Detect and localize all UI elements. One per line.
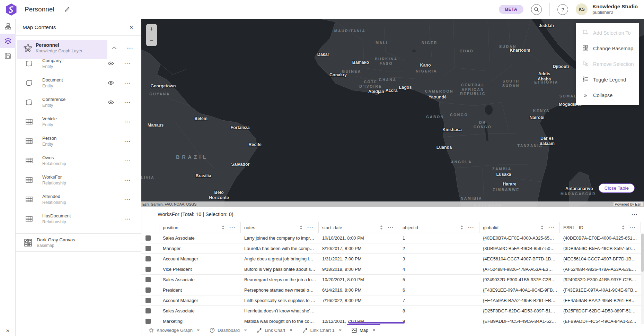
layer-options-button[interactable]: ··· bbox=[124, 158, 131, 164]
column-header-globalid[interactable]: globalid ··· bbox=[479, 222, 560, 233]
map-label-city: Djibouti bbox=[553, 64, 569, 69]
row-checkbox[interactable] bbox=[145, 277, 151, 282]
column-header-position[interactable]: position ··· bbox=[159, 222, 241, 233]
table-row[interactable]: Vice President Buford is very passionate… bbox=[141, 264, 644, 275]
layer-options-button[interactable]: ··· bbox=[124, 138, 131, 144]
layer-options-button[interactable]: ··· bbox=[124, 197, 131, 203]
close-tab-icon[interactable]: ✕ bbox=[372, 328, 376, 333]
sort-icon[interactable] bbox=[460, 225, 463, 230]
ellipsis-icon: ··· bbox=[127, 45, 133, 51]
map-label-country: ANGOLA bbox=[451, 160, 472, 164]
help-button[interactable]: ? bbox=[557, 4, 568, 15]
zoom-in-button[interactable]: + bbox=[146, 24, 157, 35]
ellipsis-icon: ··· bbox=[124, 138, 131, 144]
column-options-button[interactable]: ··· bbox=[548, 225, 555, 231]
basemap-row[interactable]: Dark Gray Canvas Basemap bbox=[16, 233, 141, 252]
layer-options-button[interactable]: ··· bbox=[124, 119, 131, 125]
column-header-esri-id[interactable]: ESRI__ID ··· bbox=[560, 222, 641, 233]
layer-row-attended[interactable]: AttendedRelationship ··· bbox=[16, 190, 141, 209]
rail-item-map-contents[interactable] bbox=[0, 34, 16, 48]
help-icon: ? bbox=[562, 7, 564, 12]
table-row[interactable]: Manager Lauretta has been with the comp…… bbox=[141, 243, 644, 254]
layer-row-owns[interactable]: OwnsRelationship ··· bbox=[16, 151, 141, 170]
table-row[interactable]: Account Manager Angie does a great job b… bbox=[141, 254, 644, 264]
chevron-up-icon[interactable] bbox=[112, 46, 117, 50]
menu-item-toggle-legend[interactable]: Toggle Legend bbox=[576, 72, 639, 87]
close-tab-icon[interactable]: ✕ bbox=[339, 328, 342, 333]
map-view[interactable]: MAURITANIA MALI NIGER SUDAN CHAD BURKINA… bbox=[141, 19, 644, 207]
layer-group-personnel[interactable]: Personnel Knowledge Graph Layer ··· bbox=[16, 42, 141, 54]
column-options-button[interactable]: ··· bbox=[307, 225, 314, 231]
row-checkbox[interactable] bbox=[145, 246, 151, 251]
layer-row-document[interactable]: DocumentEntity ··· bbox=[16, 73, 141, 93]
layer-row-vehicle[interactable]: VehicleEntity ··· bbox=[16, 112, 141, 131]
table-row[interactable]: President Persephone started new metal o… bbox=[141, 285, 644, 295]
row-checkbox[interactable] bbox=[145, 256, 151, 261]
table-row[interactable]: Sales Associate Henrietta doesn't know w… bbox=[141, 306, 644, 316]
close-table-button[interactable]: Close Table bbox=[599, 183, 635, 193]
sort-icon[interactable] bbox=[222, 225, 224, 230]
avatar[interactable]: KS bbox=[576, 3, 588, 15]
layer-row-conference[interactable]: ConferenceEntity ··· bbox=[16, 93, 141, 112]
row-checkbox[interactable] bbox=[145, 287, 151, 293]
sort-icon[interactable] bbox=[541, 225, 544, 230]
panel-close-button[interactable]: ✕ bbox=[129, 25, 133, 30]
attribution-sources: Esri, Garmin, FAO, NOAA, USGS bbox=[142, 202, 196, 206]
visibility-eye-icon[interactable] bbox=[108, 100, 114, 104]
rail-item-save[interactable] bbox=[0, 48, 16, 63]
layer-options-button[interactable]: ··· bbox=[124, 177, 131, 183]
row-checkbox[interactable] bbox=[145, 235, 151, 241]
layer-row-worksfor[interactable]: WorksForRelationship ··· bbox=[16, 170, 141, 190]
tab-map[interactable]: Map ✕ bbox=[347, 324, 381, 336]
search-button[interactable] bbox=[531, 4, 542, 15]
layer-options-button[interactable]: ··· bbox=[124, 100, 131, 105]
row-checkbox[interactable] bbox=[145, 308, 151, 313]
table-row[interactable]: Sales Associate Larry joined the company… bbox=[141, 233, 644, 243]
table-options-button[interactable]: ··· bbox=[632, 212, 638, 217]
tab-dashboard[interactable]: Dashboard ✕ bbox=[205, 324, 252, 336]
menu-item-remove-selection[interactable]: Remove Selection bbox=[576, 56, 639, 72]
visibility-eye-icon[interactable] bbox=[108, 61, 114, 66]
rail-item-data-model[interactable] bbox=[0, 19, 16, 34]
menu-item-collapse[interactable]: » Collapse bbox=[576, 87, 639, 103]
row-checkbox[interactable] bbox=[145, 298, 151, 303]
table-horizontal-scrollbar-thumb[interactable] bbox=[349, 322, 405, 324]
layer-row-hasdocument[interactable]: HasDocumentRelationship ··· bbox=[16, 209, 141, 229]
column-header-notes[interactable]: notes ··· bbox=[241, 222, 319, 233]
table-row[interactable]: Sales Associate Beauregard sleeps on the… bbox=[141, 275, 644, 285]
scrollbar-thumb[interactable] bbox=[641, 234, 644, 272]
column-header-objectid[interactable]: objectid ··· bbox=[399, 222, 479, 233]
close-tab-icon[interactable]: ✕ bbox=[244, 328, 247, 333]
menu-item-change-basemap[interactable]: Change Basemap bbox=[576, 41, 639, 56]
column-options-button[interactable]: ··· bbox=[629, 225, 636, 231]
column-options-button[interactable]: ··· bbox=[388, 225, 394, 231]
tab-link-chart[interactable]: Link Chart ✕ bbox=[252, 324, 297, 336]
zoom-out-button[interactable]: − bbox=[146, 35, 157, 46]
map-label-city: Dakar bbox=[317, 52, 329, 57]
sort-icon[interactable] bbox=[380, 225, 383, 230]
sort-icon[interactable] bbox=[300, 225, 302, 230]
layer-options-button[interactable]: ··· bbox=[124, 216, 131, 222]
group-options-button[interactable]: ··· bbox=[127, 45, 133, 51]
edit-title-icon[interactable] bbox=[64, 6, 70, 12]
tab-knowledge-graph[interactable]: Knowledge Graph ✕ bbox=[144, 324, 205, 336]
close-tab-icon[interactable]: ✕ bbox=[289, 328, 292, 333]
tab-link-chart-1[interactable]: Link Chart 1 ✕ bbox=[298, 324, 347, 336]
layer-options-button[interactable]: ··· bbox=[124, 80, 131, 86]
table-vertical-scrollbar[interactable] bbox=[641, 233, 644, 324]
table-row[interactable]: Account Manager Lilith specifically sell… bbox=[141, 295, 644, 306]
close-tab-icon[interactable]: ✕ bbox=[197, 328, 200, 333]
visibility-eye-icon[interactable] bbox=[108, 81, 114, 85]
menu-item-add-selection-to[interactable]: Add Selection To bbox=[576, 25, 639, 41]
account-info[interactable]: Knowledge Studio publisher2 bbox=[592, 3, 638, 16]
rail-expand-button[interactable]: » bbox=[0, 327, 16, 334]
column-options-button[interactable]: ··· bbox=[468, 225, 474, 231]
sort-icon[interactable] bbox=[622, 225, 625, 230]
row-checkbox[interactable] bbox=[145, 319, 151, 324]
layer-options-button[interactable]: ··· bbox=[124, 61, 131, 67]
row-checkbox[interactable] bbox=[145, 267, 151, 272]
panel-title: Map Contents bbox=[23, 24, 56, 31]
column-header-start-date[interactable]: start_date ··· bbox=[319, 222, 399, 233]
layer-row-person[interactable]: PersonEntity ··· bbox=[16, 131, 141, 151]
column-options-button[interactable]: ··· bbox=[229, 225, 236, 231]
